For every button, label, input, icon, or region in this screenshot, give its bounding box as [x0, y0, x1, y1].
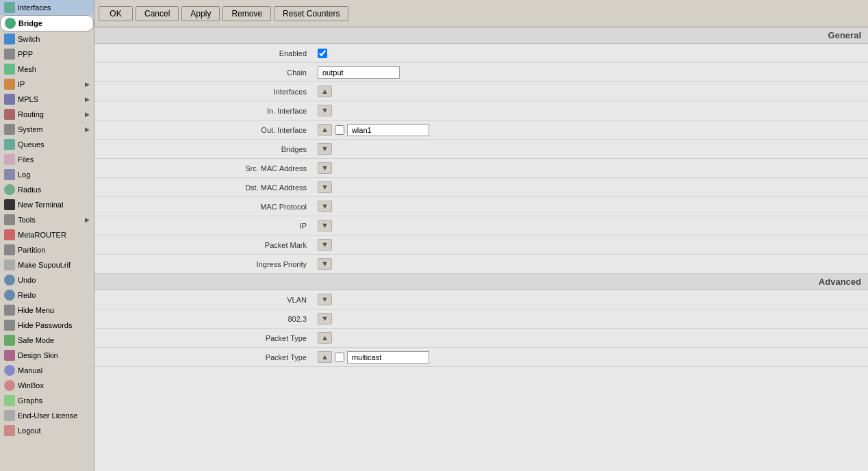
sidebar-item-files[interactable]: Files — [0, 152, 94, 167]
form-label-packet-type: Packet Type — [94, 334, 314, 342]
form-control-src-mac-address: ▼ — [314, 162, 868, 174]
expand-down-src-mac-address[interactable]: ▼ — [318, 162, 332, 174]
sidebar-item-mesh[interactable]: Mesh — [0, 62, 94, 77]
license-icon — [4, 410, 15, 421]
tools-icon — [4, 214, 15, 225]
checkbox-packet-type2[interactable] — [335, 353, 344, 362]
form-label-in-interface: In. Interface — [94, 107, 314, 115]
form-control-in-interface: ▼ — [314, 105, 868, 116]
sidebar-item-label-make-supout: Make Supout.rif — [18, 261, 90, 269]
sidebar-item-undo[interactable]: Undo — [0, 272, 94, 288]
sidebar-item-routing[interactable]: Routing▶ — [0, 107, 94, 122]
routing-icon — [4, 109, 15, 120]
form-row-mac-protocol: MAC Protocol▼ — [94, 197, 868, 216]
form-label-out-interface: Out. Interface — [94, 126, 314, 134]
sidebar-item-ip[interactable]: IP▶ — [0, 77, 94, 92]
sidebar-item-system[interactable]: System▶ — [0, 122, 94, 137]
sidebar-item-hide-menu[interactable]: Hide Menu — [0, 303, 94, 318]
form-row-bridges: Bridges▼ — [94, 140, 868, 159]
remove-button[interactable]: Remove — [222, 6, 271, 21]
expand-up-interfaces[interactable]: ▲ — [318, 86, 332, 97]
sidebar-item-new-terminal[interactable]: New Terminal — [0, 197, 94, 212]
expand-up2-out-interface[interactable]: ▲ — [318, 124, 332, 136]
sidebar-item-label-safe-mode: Safe Mode — [18, 336, 90, 344]
mpls-icon — [4, 94, 15, 105]
sidebar: Interfaces Bridge Switch PPP Mesh IP▶ MP… — [0, 0, 94, 471]
sidebar-item-manual[interactable]: Manual — [0, 363, 94, 378]
hide-icon — [4, 305, 15, 316]
expand-down-mac-protocol[interactable]: ▼ — [318, 201, 332, 212]
sidebar-item-label-log: Log — [18, 170, 90, 179]
sidebar-item-safe-mode[interactable]: Safe Mode — [0, 333, 94, 348]
expand-arrow-icon: ▶ — [85, 111, 90, 118]
sidebar-item-log[interactable]: Log — [0, 167, 94, 182]
checkbox-out-interface[interactable] — [335, 125, 344, 135]
files-icon — [4, 154, 15, 165]
form-row-ip: IP▼ — [94, 216, 868, 236]
expand-down-ip[interactable]: ▼ — [318, 220, 332, 231]
select-chain[interactable]: outputinputforward — [318, 66, 400, 79]
sidebar-item-bridge[interactable]: Bridge — [0, 15, 94, 31]
form-label-packet-type2: Packet Type — [94, 353, 314, 361]
ok-button[interactable]: OK — [99, 6, 133, 21]
cancel-button[interactable]: Cancel — [136, 6, 179, 21]
sidebar-item-metarouter[interactable]: MetaROUTER — [0, 227, 94, 242]
form-row-ingress-priority: Ingress Priority▼ — [94, 255, 868, 274]
sidebar-item-label-redo: Redo — [18, 291, 90, 299]
sidebar-item-logout[interactable]: Logout — [0, 423, 94, 438]
sidebar-item-queues[interactable]: Queues — [0, 137, 94, 152]
expand-down-in-interface[interactable]: ▼ — [318, 105, 332, 116]
form-row-8023: 802.3▼ — [94, 309, 868, 329]
sidebar-item-winbox[interactable]: WinBox — [0, 378, 94, 393]
expand-down-packet-mark[interactable]: ▼ — [318, 239, 332, 251]
expand-up-packet-type[interactable]: ▲ — [318, 332, 332, 344]
apply-button[interactable]: Apply — [181, 6, 220, 21]
sidebar-item-design-skin[interactable]: Design Skin — [0, 348, 94, 363]
sidebar-item-interfaces[interactable]: Interfaces — [0, 0, 94, 15]
select-packet-type2[interactable]: multicastunicastbroadcastany — [347, 351, 429, 364]
sidebar-item-ppp[interactable]: PPP — [0, 47, 94, 62]
form-label-chain: Chain — [94, 68, 314, 77]
select-out-interface[interactable]: wlan1wlan2ether1 — [347, 124, 429, 136]
sidebar-item-end-user-license[interactable]: End-User License — [0, 408, 94, 423]
sidebar-item-partition[interactable]: Partition — [0, 242, 94, 257]
form-label-ingress-priority: Ingress Priority — [94, 260, 314, 268]
expand-down-ingress-priority[interactable]: ▼ — [318, 258, 332, 270]
expand-down-dst-mac-address[interactable]: ▼ — [318, 181, 332, 193]
ppp-icon — [4, 49, 15, 60]
expand-down-vlan[interactable]: ▼ — [318, 294, 332, 305]
reset-counters-button[interactable]: Reset Counters — [274, 6, 348, 21]
form-label-interfaces: Interfaces — [94, 88, 314, 96]
sidebar-item-redo[interactable]: Redo — [0, 288, 94, 303]
expand-arrow-icon: ▶ — [85, 216, 90, 223]
form-row-vlan: VLAN▼ — [94, 290, 868, 309]
switch-icon — [4, 34, 15, 44]
sidebar-item-hide-passwords[interactable]: Hide Passwords — [0, 318, 94, 333]
form-control-ingress-priority: ▼ — [314, 258, 868, 270]
checkbox-enabled[interactable] — [318, 49, 327, 58]
form-label-8023: 802.3 — [94, 315, 314, 323]
sidebar-item-tools[interactable]: Tools▶ — [0, 212, 94, 227]
form-row-packet-mark: Packet Mark▼ — [94, 236, 868, 255]
form-row-out-interface: Out. Interface▲wlan1wlan2ether1 — [94, 120, 868, 140]
sidebar-item-switch[interactable]: Switch — [0, 31, 94, 47]
sidebar-item-graphs[interactable]: Graphs — [0, 393, 94, 408]
sidebar-item-mpls[interactable]: MPLS▶ — [0, 92, 94, 107]
sidebar-item-radius[interactable]: Radius — [0, 182, 94, 197]
sidebar-item-label-bridge: Bridge — [18, 19, 89, 27]
expand-arrow-icon: ▶ — [85, 96, 90, 103]
sidebar-item-make-supout[interactable]: Make Supout.rif — [0, 257, 94, 272]
make-icon — [4, 259, 15, 270]
sidebar-item-label-ppp: PPP — [18, 50, 90, 58]
mesh-icon — [4, 64, 15, 75]
expand-down-8023[interactable]: ▼ — [318, 313, 332, 324]
form-control-chain: outputinputforward — [314, 66, 868, 79]
sidebar-item-label-interfaces: Interfaces — [18, 3, 90, 12]
graphs-icon — [4, 395, 15, 406]
expand-up2-packet-type2[interactable]: ▲ — [318, 351, 332, 363]
form-label-src-mac-address: Src. MAC Address — [94, 164, 314, 173]
form-row-packet-type: Packet Type▲ — [94, 329, 868, 348]
radius-icon — [4, 184, 15, 195]
system-icon — [4, 124, 15, 135]
expand-down-bridges[interactable]: ▼ — [318, 143, 332, 155]
